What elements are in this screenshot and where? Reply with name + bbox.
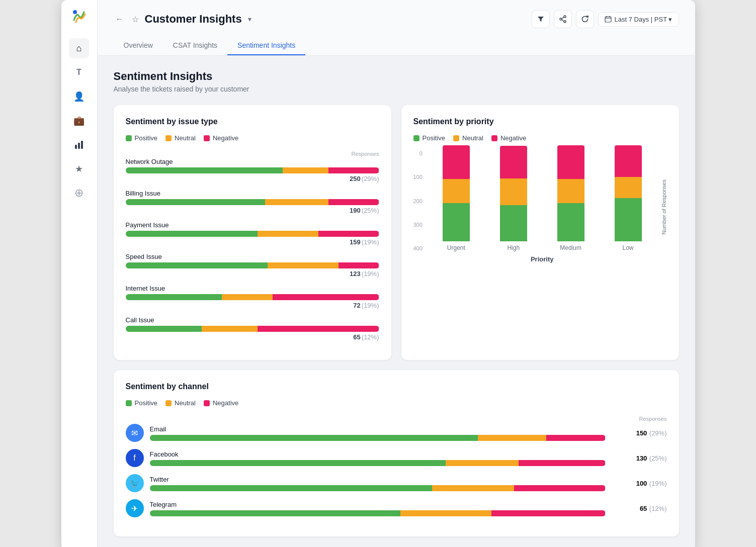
sidebar-item-add[interactable]: ⊕ [69, 183, 89, 203]
channel-bar-neutral [446, 460, 519, 466]
bar-track [126, 262, 379, 268]
legend-neutral-dot [165, 135, 172, 141]
bar-negative [258, 326, 379, 332]
channel-meta: 130 (25%) [612, 453, 667, 463]
bar-track [126, 294, 379, 300]
legend-positive-label: Positive [135, 134, 158, 142]
channel-count: 130 [636, 454, 647, 462]
sidebar-item-text[interactable]: T [69, 62, 89, 82]
bar-label: Call Issue [126, 316, 379, 324]
v-bar-neutral [557, 179, 584, 203]
tab-overview[interactable]: Overview [114, 36, 163, 55]
priority-legend-neutral-dot [453, 135, 459, 141]
bar-positive [126, 294, 222, 300]
v-bar-positive [443, 203, 470, 241]
sidebar-item-home[interactable]: ⌂ [69, 38, 89, 58]
bar-meta: 72 (19%) [126, 302, 379, 309]
channel-bar-positive [150, 510, 400, 516]
issue-bars-container: Network Outage 250 (29%) Billing Issue 1… [126, 158, 379, 341]
channel-pct: (19%) [649, 480, 667, 487]
channel-name: Email [150, 425, 606, 433]
legend-positive: Positive [126, 134, 158, 142]
bar-count: 123 [350, 270, 361, 278]
bar-meta: 250 (29%) [126, 175, 379, 183]
sidebar-item-work[interactable]: 💼 [69, 111, 89, 131]
bar-neutral [283, 167, 328, 173]
priority-bar-group: Urgent [432, 145, 481, 251]
legend-neutral: Neutral [165, 134, 196, 142]
channel-pct: (12%) [649, 505, 667, 512]
share-button[interactable] [554, 10, 572, 28]
sidebar-item-favorites[interactable]: ★ [69, 159, 89, 179]
issue-bar-row: Speed Issue 123 (19%) [126, 253, 379, 278]
app-logo [71, 8, 87, 26]
bar-negative [273, 294, 379, 300]
v-bar-negative [443, 145, 470, 179]
bar-track [126, 231, 379, 237]
y-axis-label: 400 [413, 246, 423, 251]
date-range-button[interactable]: Last 7 Days | PST ▾ [598, 12, 679, 27]
bar-count: 250 [350, 175, 361, 183]
bar-label: Network Outage [126, 158, 379, 165]
svg-point-5 [560, 18, 562, 20]
bar-label: Speed Issue [126, 253, 379, 260]
priority-title: Sentiment by priority [413, 117, 667, 126]
section-subtitle: Analyse the tickets raised by your custo… [114, 85, 679, 93]
channel-bar-neutral [400, 510, 491, 516]
channel-bar-positive [150, 460, 446, 466]
favorite-button[interactable]: ☆ [130, 13, 141, 26]
priority-ylabel: Number of Responses [661, 179, 667, 234]
page-title: Customer Insights [145, 13, 242, 26]
channel-legend-neutral-dot [165, 400, 172, 406]
issue-bar-row: Network Outage 250 (29%) [126, 158, 379, 183]
tab-sentiment[interactable]: Sentiment Insights [227, 36, 305, 55]
bar-label: Internet Issue [126, 285, 379, 292]
priority-legend-positive-dot [413, 135, 419, 141]
filter-button[interactable] [532, 10, 550, 28]
channel-pct: (25%) [649, 454, 667, 462]
v-bar-positive [557, 203, 584, 241]
priority-card: Sentiment by priority Positive Neutral [401, 105, 679, 360]
channel-meta: 100 (19%) [612, 479, 667, 488]
channel-card: Sentiment by channel Positive Neutral Ne… [114, 370, 679, 536]
legend-positive-dot [126, 135, 132, 141]
v-bar-neutral [500, 178, 527, 205]
channel-bar-wrap: Telegram [150, 501, 606, 516]
refresh-button[interactable] [576, 10, 594, 28]
channel-bar-track [150, 435, 606, 441]
channel-legend-negative-label: Negative [213, 399, 238, 407]
title-dropdown-button[interactable]: ▾ [248, 15, 251, 23]
issue-type-legend: Positive Neutral Negative [126, 134, 379, 142]
y-axis-labels: 4003002001000 [413, 151, 423, 251]
back-button[interactable]: ← [114, 13, 126, 26]
channel-bar-neutral [432, 485, 514, 491]
bar-meta: 190 (25%) [126, 207, 379, 214]
bar-count: 72 [353, 302, 360, 309]
bar-neutral [268, 262, 339, 268]
issue-bar-row: Call Issue 65 (12%) [126, 316, 379, 341]
bar-negative [328, 199, 379, 205]
channel-bar-negative [546, 435, 606, 441]
svg-point-0 [73, 10, 77, 14]
bar-count: 159 [350, 238, 361, 246]
priority-legend-negative-dot [491, 135, 497, 141]
svg-point-6 [564, 21, 566, 23]
channel-row: f Facebook 130 (25%) [126, 449, 667, 467]
channel-bar-positive [150, 435, 478, 441]
date-range-label: Last 7 Days | PST ▾ [615, 16, 673, 23]
channel-count: 65 [640, 505, 647, 512]
legend-negative-dot [204, 135, 210, 141]
svg-rect-1 [75, 145, 77, 149]
v-bar-neutral [443, 179, 470, 203]
bar-label: Billing Issue [126, 190, 379, 197]
issue-bar-row: Internet Issue 72 (19%) [126, 285, 379, 309]
top-charts-row: Sentiment by issue type Positive Neutral [114, 105, 679, 360]
section-title: Sentiment Insights [114, 70, 679, 83]
sidebar-item-reports[interactable] [69, 135, 89, 155]
sidebar-item-contacts[interactable]: 👤 [69, 86, 89, 107]
page-header: ← ☆ Customer Insights ▾ [98, 0, 695, 56]
bar-meta: 123 (19%) [126, 270, 379, 278]
channel-name: Telegram [150, 501, 606, 508]
tab-bar: Overview CSAT Insights Sentiment Insight… [114, 36, 679, 55]
tab-csat[interactable]: CSAT Insights [163, 36, 227, 55]
